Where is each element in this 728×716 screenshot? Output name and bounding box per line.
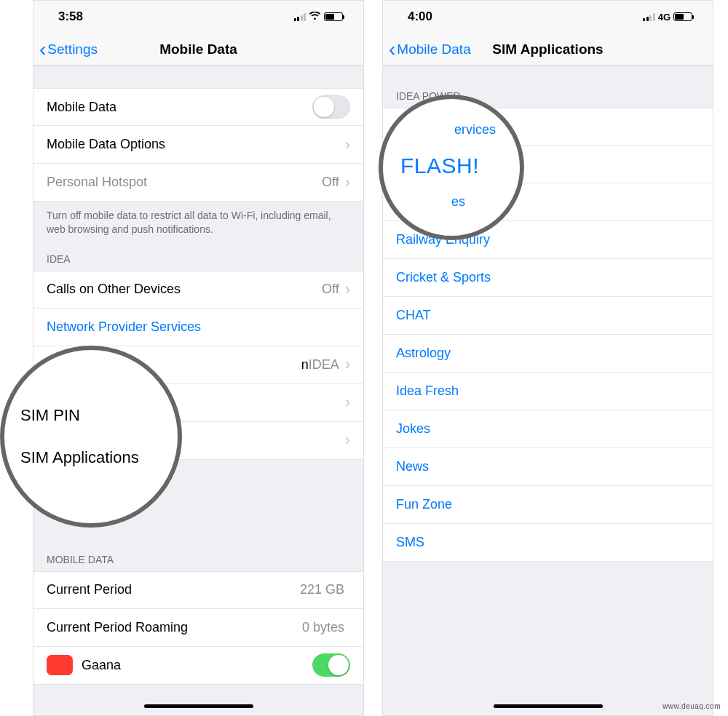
phone-left: 3:58 ‹ Settings Mobile Data Mobile Data …	[33, 0, 364, 716]
chevron-right-icon: ›	[345, 282, 350, 298]
status-bar: 3:58	[33, 1, 363, 33]
row-sms[interactable]: SMS	[383, 524, 713, 562]
section-header-mobile-data: MOBILE DATA	[33, 547, 363, 571]
home-indicator	[494, 704, 603, 708]
row-flash[interactable]	[383, 146, 713, 183]
switch-app[interactable]	[312, 653, 350, 677]
status-time: 4:00	[408, 9, 432, 24]
battery-icon	[673, 12, 692, 21]
row-app-gaana[interactable]: Gaana	[33, 647, 363, 685]
row-calls-other[interactable]: Calls on Other Devices Off ›	[33, 271, 363, 309]
home-indicator	[144, 704, 253, 708]
row-personal-hotspot[interactable]: Personal Hotspot Off ›	[33, 164, 363, 202]
row-news[interactable]: News	[383, 448, 713, 486]
row-astrology[interactable]: Astrology	[383, 335, 713, 373]
row-chat[interactable]: CHAT	[383, 297, 713, 335]
row-sim-pin[interactable]: ›	[33, 384, 363, 422]
status-time: 3:58	[58, 9, 83, 24]
row-current-period-roaming[interactable]: Current Period Roaming 0 bytes	[33, 609, 363, 647]
chevron-right-icon: ›	[345, 432, 350, 448]
section-note: Turn off mobile data to restrict all dat…	[33, 202, 363, 247]
chevron-left-icon: ‹	[389, 39, 395, 60]
row-idea-fresh[interactable]: Idea Fresh	[383, 373, 713, 410]
signal-icon	[294, 13, 306, 21]
row-cricket[interactable]: Cricket & Sports	[383, 259, 713, 297]
chevron-right-icon: ›	[345, 137, 350, 153]
back-label: Settings	[47, 41, 98, 57]
nav-bar: ‹ Settings Mobile Data	[33, 33, 363, 66]
row-fun-zone[interactable]: Fun Zone	[383, 486, 713, 524]
chevron-right-icon: ›	[345, 175, 350, 191]
row-network-provider[interactable]: Network Provider Services	[33, 309, 363, 346]
row-jokes[interactable]: Jokes	[383, 410, 713, 448]
chevron-right-icon: ›	[345, 357, 350, 373]
row-partial[interactable]	[383, 183, 713, 221]
row-mobile-data[interactable]: Mobile Data	[33, 88, 363, 126]
nav-bar: ‹ Mobile Data SIM Applications	[383, 33, 713, 66]
row-network-selection[interactable]: n IDEA ›	[33, 346, 363, 384]
row-mobile-data-options[interactable]: Mobile Data Options ›	[33, 126, 363, 164]
network-label: 4G	[658, 12, 670, 23]
row-railway[interactable]: Railway Enquiry	[383, 221, 713, 259]
section-header-idea: IDEA	[33, 247, 363, 271]
watermark: www.deuaq.com	[662, 702, 721, 710]
wifi-icon	[309, 12, 321, 23]
page-title: Mobile Data	[159, 41, 237, 57]
status-bar: 4:00 4G	[383, 1, 713, 33]
switch-mobile-data[interactable]	[312, 95, 350, 119]
back-button[interactable]: ‹ Settings	[33, 39, 98, 60]
phone-right: 4:00 4G ‹ Mobile Data SIM Applications I…	[382, 0, 713, 716]
page-title: SIM Applications	[492, 41, 603, 57]
app-icon	[47, 655, 73, 675]
section-header-idea-power: IDEA POWER	[383, 84, 713, 108]
row-current-period[interactable]: Current Period 221 GB	[33, 571, 363, 609]
row-my-services[interactable]	[383, 108, 713, 146]
row-sim-applications[interactable]: ›	[33, 422, 363, 460]
chevron-right-icon: ›	[345, 394, 350, 410]
back-label: Mobile Data	[397, 41, 470, 57]
back-button[interactable]: ‹ Mobile Data	[383, 39, 471, 60]
chevron-left-icon: ‹	[39, 39, 46, 60]
battery-icon	[324, 12, 343, 21]
signal-icon	[643, 13, 655, 21]
